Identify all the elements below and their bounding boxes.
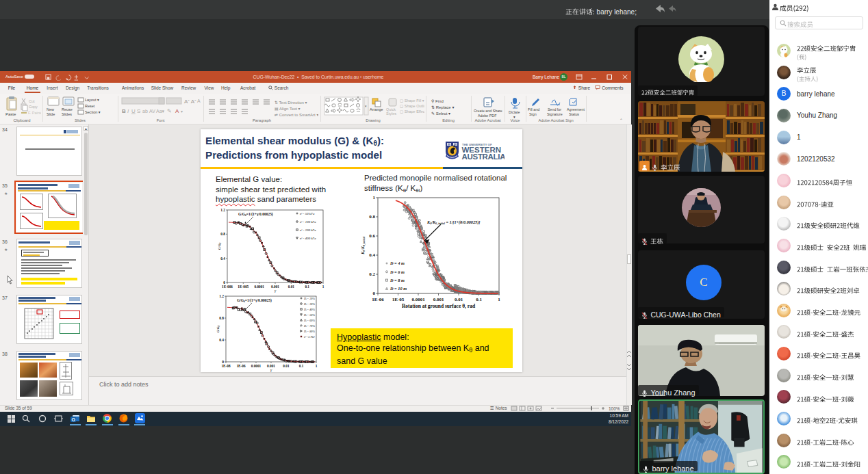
svg-text:0.01: 0.01 <box>288 285 295 289</box>
svg-text:0.1: 0.1 <box>476 297 482 302</box>
svg-text:A: A <box>197 98 201 103</box>
svg-text:1E-005: 1E-005 <box>238 285 248 289</box>
svg-text:Slides: Slides <box>62 112 72 116</box>
svg-text:AV: AV <box>149 109 155 114</box>
svg-text:Dᵣ= 80%: Dᵣ= 80% <box>303 330 315 333</box>
svg-text:A: A <box>175 108 179 114</box>
svg-text:Copy: Copy <box>29 105 38 109</box>
svg-text:0.4: 0.4 <box>369 252 375 258</box>
svg-text:O: O <box>72 417 76 422</box>
svg-text:σ′= 400 kPa: σ′= 400 kPa <box>300 237 316 240</box>
svg-text:✎: ✎ <box>167 108 172 114</box>
svg-text:0.4: 0.4 <box>219 338 224 342</box>
svg-text:⇄ Convert to SmartArt ▾: ⇄ Convert to SmartArt ▾ <box>275 113 318 117</box>
svg-text:D = 6 m: D = 6 m <box>390 269 405 274</box>
svg-text:0.0001: 0.0001 <box>254 285 264 289</box>
svg-text:1E-06: 1E-06 <box>236 364 246 368</box>
svg-text:▢ Shape Outline ▾: ▢ Shape Outline ▾ <box>400 104 424 108</box>
svg-text:0.0001: 0.0001 <box>411 297 425 302</box>
svg-text:D = 4 m: D = 4 m <box>390 261 405 265</box>
svg-text:Dictate: Dictate <box>509 110 520 114</box>
svg-text:Reset: Reset <box>85 104 95 108</box>
svg-text:ab: ab <box>142 109 148 114</box>
svg-text:New: New <box>47 107 54 111</box>
svg-text:▾: ▾ <box>181 109 183 114</box>
svg-text:1E-08: 1E-08 <box>221 364 231 368</box>
svg-text:σ′= 50 kPa: σ′= 50 kPa <box>300 212 315 215</box>
svg-text:Arrange: Arrange <box>370 107 383 111</box>
svg-text:σ′= 100 kPa: σ′= 100 kPa <box>300 220 316 224</box>
svg-text:F. Painter: F. Painter <box>28 111 41 115</box>
svg-text:γ: γ <box>275 289 277 293</box>
svg-text:▢ Shape Effects ▾: ▢ Shape Effects ▾ <box>400 109 424 114</box>
svg-text:Aˇ Aˇ: Aˇ Aˇ <box>184 98 196 105</box>
svg-text:0.0001: 0.0001 <box>251 364 261 368</box>
svg-text:G/G0=1/(1+γ/0.00025): G/G0=1/(1+γ/0.00025) <box>237 298 272 303</box>
svg-text:▾: ▾ <box>513 115 515 119</box>
svg-text:Kθ/Kθ_initial = 1/[1+(θ/0.0002: Kθ/Kθ_initial = 1/[1+(θ/0.00025)] <box>426 220 480 225</box>
svg-text:1E-006: 1E-006 <box>222 285 233 289</box>
svg-text:0.2: 0.2 <box>369 272 375 277</box>
svg-text:0: 0 <box>373 291 376 296</box>
svg-text:Signature: Signature <box>547 112 563 116</box>
svg-text:0.01: 0.01 <box>455 297 463 302</box>
svg-text:0.8: 0.8 <box>369 214 375 220</box>
svg-text:I: I <box>127 108 129 114</box>
svg-text:γ: γ <box>270 368 272 372</box>
svg-text:G/G0: G/G0 <box>216 326 220 333</box>
svg-text:Sign: Sign <box>529 112 537 116</box>
svg-text:⚲ Find: ⚲ Find <box>431 99 444 103</box>
svg-text:0.6: 0.6 <box>369 233 375 239</box>
svg-text:Reuse: Reuse <box>62 107 73 111</box>
svg-text:100%: 100% <box>609 406 620 411</box>
svg-text:1E-05: 1E-05 <box>392 297 405 302</box>
svg-text:Aa▾: Aa▾ <box>156 109 165 114</box>
svg-text:0: 0 <box>223 280 225 285</box>
svg-text:0.001: 0.001 <box>433 297 444 302</box>
svg-text:Section ▾: Section ▾ <box>85 110 101 114</box>
svg-text:0.8: 0.8 <box>220 232 225 236</box>
svg-text:Send for: Send for <box>548 107 561 111</box>
svg-text:Dᵣ= 30%: Dᵣ= 30% <box>303 302 315 306</box>
svg-text:0: 0 <box>222 360 224 364</box>
svg-text:⇅ Replace ▾: ⇅ Replace ▾ <box>431 105 454 109</box>
svg-text:U: U <box>131 108 136 114</box>
svg-text:Layout ▾: Layout ▾ <box>85 98 99 102</box>
svg-text:G/G0: G/G0 <box>218 243 222 250</box>
svg-text:1E-06: 1E-06 <box>372 297 384 302</box>
svg-text:Dᵣ= 50%: Dᵣ= 50% <box>303 313 315 317</box>
svg-text:1.2: 1.2 <box>219 294 224 298</box>
svg-text:σ′= 200 kPa: σ′= 200 kPa <box>300 228 316 232</box>
svg-text:1: 1 <box>373 195 376 200</box>
svg-text:1: 1 <box>498 297 500 302</box>
svg-text:✎ Select ▾: ✎ Select ▾ <box>431 111 450 116</box>
svg-text:Rotation at ground surface θ,: Rotation at ground surface θ, rad <box>402 303 476 309</box>
svg-text:Styles: Styles <box>386 111 396 116</box>
svg-text:D = 8 m: D = 8 m <box>390 278 405 282</box>
svg-text:Status: Status <box>569 112 579 116</box>
svg-text:AUSTRALIA: AUSTRALIA <box>462 153 505 161</box>
svg-text:σ′=3.762: σ′=3.762 <box>304 335 315 339</box>
svg-text:G/G0=1/(1+γ/0.00025): G/G0=1/(1+γ/0.00025) <box>238 212 273 217</box>
svg-text:Dᵣ= 20%: Dᵣ= 20% <box>303 297 315 300</box>
svg-text:0.1: 0.1 <box>299 364 304 368</box>
svg-text:Create and Share: Create and Share <box>474 109 502 113</box>
svg-text:▤ Align Text ▾: ▤ Align Text ▾ <box>275 107 301 111</box>
svg-text:0.4: 0.4 <box>220 256 225 261</box>
svg-text:Kθ/Kθ_initial: Kθ/Kθ_initial <box>361 236 366 255</box>
svg-text:Dᵣ= 70%: Dᵣ= 70% <box>303 324 315 328</box>
svg-text:Adobe PDF: Adobe PDF <box>478 114 497 118</box>
svg-text:Dᵣ= 40%: Dᵣ= 40% <box>303 308 315 311</box>
svg-text:Slide: Slide <box>47 112 55 116</box>
svg-text:0.01: 0.01 <box>283 364 290 368</box>
svg-text:Cut: Cut <box>29 99 35 103</box>
svg-text:0.8: 0.8 <box>219 316 224 320</box>
svg-text:B: B <box>122 108 126 114</box>
svg-text:0.1: 0.1 <box>305 285 309 289</box>
svg-text:Fill and: Fill and <box>528 107 539 111</box>
svg-text:1.2: 1.2 <box>220 208 225 212</box>
svg-text:Dᵣ= 60%: Dᵣ= 60% <box>303 319 315 322</box>
svg-text:1: 1 <box>322 285 324 289</box>
svg-text:1: 1 <box>316 364 318 368</box>
svg-text:▢ Shape Fill ▾: ▢ Shape Fill ▾ <box>400 98 424 103</box>
